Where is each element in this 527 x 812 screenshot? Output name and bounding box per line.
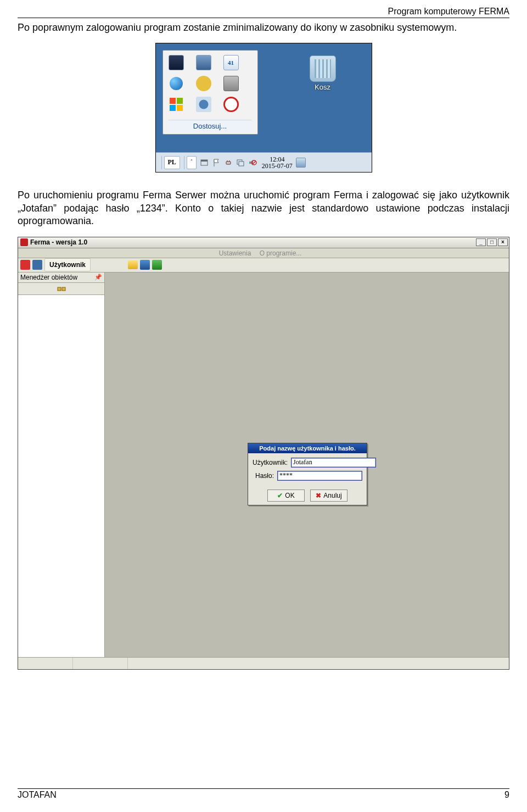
tray-window-icon[interactable] xyxy=(199,157,210,168)
window-titlebar: Ferma - wersja 1.0 _ □ × xyxy=(18,237,509,248)
windows-tiles-icon[interactable] xyxy=(169,97,184,112)
monitor-icon[interactable] xyxy=(169,55,184,70)
login-pass-input[interactable] xyxy=(277,471,362,481)
close-button[interactable]: × xyxy=(498,238,508,246)
quicklaunch-popup: 41 Dostosuj... xyxy=(162,50,258,135)
customize-link[interactable]: Dostosuj... xyxy=(169,120,252,132)
drive-icon[interactable] xyxy=(223,76,239,91)
tree-icon[interactable] xyxy=(57,287,66,294)
pin-icon[interactable]: 📌 xyxy=(94,274,102,281)
svg-rect-1 xyxy=(201,160,208,162)
calendar-badge-icon[interactable]: 41 xyxy=(223,55,239,70)
menubar: Ustawienia O programie... xyxy=(18,248,509,258)
paragraph-1: Po poprawnym zalogowaniu program zostani… xyxy=(18,21,509,34)
toolbar-connect-icon[interactable] xyxy=(20,260,30,270)
footer-left: JOTAFAN xyxy=(18,790,57,800)
recycle-bin-icon xyxy=(310,55,336,82)
login-user-input[interactable] xyxy=(291,458,376,468)
taskbar-clock[interactable]: 12:04 2015-07-07 xyxy=(259,156,296,169)
globe-icon[interactable] xyxy=(169,76,184,91)
login-cancel-button[interactable]: ✖Anuluj xyxy=(310,490,347,502)
check-icon: ✔ xyxy=(277,492,283,499)
menu-about[interactable]: O programie... xyxy=(260,249,302,257)
app-icon xyxy=(20,238,28,246)
toolbar-user-button[interactable]: Użytkownik xyxy=(44,258,91,271)
x-icon: ✖ xyxy=(316,492,321,499)
statusbar xyxy=(18,657,509,669)
page-footer: JOTAFAN 9 xyxy=(18,788,509,800)
toolbar-open-icon[interactable] xyxy=(128,260,138,269)
main-area: Podaj nazwę użytkownika i hasło. Użytkow… xyxy=(105,272,509,657)
maximize-button[interactable]: □ xyxy=(487,238,497,246)
toolbar: Użytkownik xyxy=(18,258,509,272)
tray-overlap-icon[interactable] xyxy=(235,157,246,168)
login-dialog-title: Podaj nazwę użytkownika i hasło. xyxy=(248,443,367,453)
menu-settings[interactable]: Ustawienia xyxy=(219,249,251,257)
toolbar-apply-icon[interactable] xyxy=(152,260,162,270)
desktop-area: 41 Dostosuj... Kosz xyxy=(156,43,372,152)
clock-date: 2015-07-07 xyxy=(262,163,293,169)
login-ok-button[interactable]: ✔OK xyxy=(267,490,305,502)
page-header-right: Program komputerowy FERMA xyxy=(18,7,509,18)
login-dialog: Podaj nazwę użytkownika i hasło. Użytkow… xyxy=(248,443,367,505)
tray-volume-muted-icon[interactable] xyxy=(247,157,258,168)
recycle-bin[interactable]: Kosz xyxy=(310,55,336,91)
svg-rect-2 xyxy=(226,162,231,164)
update-shield-icon[interactable] xyxy=(196,76,211,91)
toolbar-user-icon[interactable] xyxy=(32,260,42,270)
tray-expand-button[interactable]: ˆ xyxy=(187,156,197,169)
svg-rect-10 xyxy=(62,287,65,291)
tray-plug-icon[interactable] xyxy=(223,157,234,168)
taskbar: PL ˆ 12:04 2015-07-07 xyxy=(156,152,372,172)
tray-flag-icon[interactable] xyxy=(211,157,222,168)
svg-rect-9 xyxy=(58,287,61,291)
paragraph-2: Po uruchomieniu programu Ferma Serwer mo… xyxy=(18,189,509,227)
side-panel: Menedżer obiektów 📌 xyxy=(18,272,105,657)
login-cancel-label: Anuluj xyxy=(323,492,341,499)
tray-screenshot: 41 Dostosuj... Kosz PL ˆ xyxy=(155,43,372,173)
footer-right: 9 xyxy=(504,790,509,800)
minimize-button[interactable]: _ xyxy=(476,238,486,246)
login-user-label: Użytkownik: xyxy=(253,459,291,466)
login-pass-label: Hasło: xyxy=(253,472,277,480)
side-panel-title: Menedżer obiektów xyxy=(20,274,77,281)
ferma-window: Ferma - wersja 1.0 _ □ × Ustawienia O pr… xyxy=(18,237,509,670)
recycle-bin-label: Kosz xyxy=(310,83,336,91)
computer-icon[interactable] xyxy=(196,55,211,70)
gear-globe-icon[interactable] xyxy=(196,97,211,112)
lifebuoy-icon[interactable] xyxy=(223,97,239,112)
toolbar-save-icon[interactable] xyxy=(140,260,150,270)
svg-rect-6 xyxy=(239,162,244,166)
show-desktop-icon[interactable] xyxy=(296,158,306,168)
object-tree[interactable] xyxy=(18,295,104,657)
side-panel-toolbar xyxy=(18,283,104,295)
window-title: Ferma - wersja 1.0 xyxy=(30,238,87,246)
language-indicator[interactable]: PL xyxy=(164,156,180,169)
login-ok-label: OK xyxy=(285,492,294,499)
